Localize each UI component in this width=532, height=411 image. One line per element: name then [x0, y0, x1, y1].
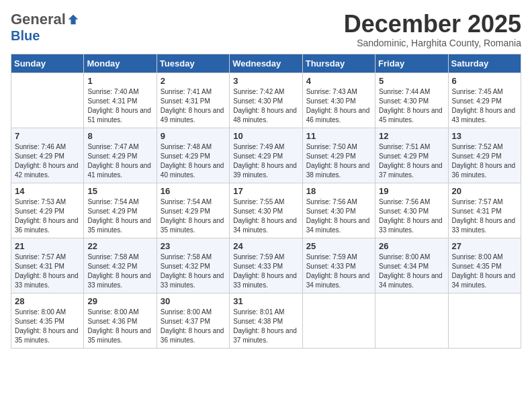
- cell-sun-info: Sunrise: 8:00 AMSunset: 4:36 PMDaylight:…: [87, 308, 152, 345]
- cell-sun-info: Sunrise: 7:57 AMSunset: 4:31 PMDaylight:…: [452, 197, 517, 235]
- calendar-cell: 15Sunrise: 7:54 AMSunset: 4:29 PMDayligh…: [84, 183, 157, 238]
- calendar-cell: 13Sunrise: 7:52 AMSunset: 4:29 PMDayligh…: [448, 128, 521, 183]
- calendar-cell: 6Sunrise: 7:45 AMSunset: 4:29 PMDaylight…: [448, 73, 521, 128]
- calendar-cell: 4Sunrise: 7:43 AMSunset: 4:30 PMDaylight…: [302, 73, 375, 128]
- day-header-saturday: Saturday: [448, 54, 521, 73]
- cell-sun-info: Sunrise: 7:53 AMSunset: 4:29 PMDaylight:…: [15, 197, 80, 235]
- subtitle: Sandominic, Harghita County, Romania: [344, 38, 521, 48]
- header: General Blue December 2025 Sandominic, H…: [11, 11, 521, 48]
- cell-day-number: 5: [379, 76, 444, 86]
- cell-day-number: 23: [161, 241, 226, 251]
- calendar-week-row: 1Sunrise: 7:40 AMSunset: 4:31 PMDaylight…: [11, 73, 521, 128]
- cell-sun-info: Sunrise: 7:55 AMSunset: 4:30 PMDaylight:…: [233, 197, 298, 235]
- month-title: December 2025: [344, 11, 521, 38]
- calendar-cell: 16Sunrise: 7:54 AMSunset: 4:29 PMDayligh…: [157, 183, 229, 238]
- cell-day-number: 26: [379, 241, 444, 251]
- calendar-cell: 8Sunrise: 7:47 AMSunset: 4:29 PMDaylight…: [84, 128, 157, 183]
- cell-sun-info: Sunrise: 8:00 AMSunset: 4:35 PMDaylight:…: [452, 253, 517, 290]
- cell-sun-info: Sunrise: 7:50 AMSunset: 4:29 PMDaylight:…: [306, 142, 371, 180]
- cell-day-number: 15: [87, 186, 152, 196]
- cell-day-number: 29: [87, 296, 152, 306]
- calendar-cell: 10Sunrise: 7:49 AMSunset: 4:29 PMDayligh…: [230, 128, 302, 183]
- calendar-cell: 30Sunrise: 8:00 AMSunset: 4:37 PMDayligh…: [157, 293, 229, 348]
- logo-icon: [67, 13, 79, 26]
- day-header-sunday: Sunday: [11, 54, 84, 73]
- cell-sun-info: Sunrise: 8:00 AMSunset: 4:35 PMDaylight:…: [15, 308, 80, 345]
- calendar-cell: 12Sunrise: 7:51 AMSunset: 4:29 PMDayligh…: [375, 128, 448, 183]
- calendar-cell: 27Sunrise: 8:00 AMSunset: 4:35 PMDayligh…: [448, 238, 521, 293]
- calendar-cell: 26Sunrise: 8:00 AMSunset: 4:34 PMDayligh…: [375, 238, 448, 293]
- cell-sun-info: Sunrise: 7:57 AMSunset: 4:31 PMDaylight:…: [15, 253, 80, 290]
- calendar-cell: 7Sunrise: 7:46 AMSunset: 4:29 PMDaylight…: [11, 128, 84, 183]
- cell-day-number: 13: [452, 131, 517, 141]
- calendar-cell: 5Sunrise: 7:44 AMSunset: 4:30 PMDaylight…: [375, 73, 448, 128]
- day-header-friday: Friday: [375, 54, 448, 73]
- calendar-cell: 20Sunrise: 7:57 AMSunset: 4:31 PMDayligh…: [448, 183, 521, 238]
- cell-sun-info: Sunrise: 7:45 AMSunset: 4:29 PMDaylight:…: [452, 87, 517, 125]
- calendar-cell: 31Sunrise: 8:01 AMSunset: 4:38 PMDayligh…: [230, 293, 302, 348]
- cell-day-number: 18: [306, 186, 371, 196]
- cell-day-number: 3: [233, 76, 298, 86]
- cell-sun-info: Sunrise: 7:52 AMSunset: 4:29 PMDaylight:…: [452, 142, 517, 180]
- cell-day-number: 28: [15, 296, 80, 306]
- cell-day-number: 19: [379, 186, 444, 196]
- calendar-cell: [11, 73, 84, 128]
- calendar-week-row: 7Sunrise: 7:46 AMSunset: 4:29 PMDaylight…: [11, 128, 521, 183]
- logo-blue-text: Blue: [11, 28, 40, 43]
- calendar-cell: 24Sunrise: 7:59 AMSunset: 4:33 PMDayligh…: [230, 238, 302, 293]
- cell-day-number: 11: [306, 131, 371, 141]
- cell-sun-info: Sunrise: 8:01 AMSunset: 4:38 PMDaylight:…: [233, 308, 298, 345]
- cell-sun-info: Sunrise: 7:51 AMSunset: 4:29 PMDaylight:…: [379, 142, 444, 180]
- day-header-tuesday: Tuesday: [157, 54, 229, 73]
- cell-day-number: 14: [15, 186, 80, 196]
- cell-sun-info: Sunrise: 8:00 AMSunset: 4:34 PMDaylight:…: [379, 253, 444, 290]
- calendar-cell: 9Sunrise: 7:48 AMSunset: 4:29 PMDaylight…: [157, 128, 229, 183]
- cell-sun-info: Sunrise: 7:47 AMSunset: 4:29 PMDaylight:…: [87, 142, 152, 180]
- logo-general-text: General: [11, 11, 66, 28]
- cell-sun-info: Sunrise: 7:43 AMSunset: 4:30 PMDaylight:…: [306, 87, 371, 125]
- calendar-cell: 28Sunrise: 8:00 AMSunset: 4:35 PMDayligh…: [11, 293, 84, 348]
- cell-day-number: 8: [87, 131, 152, 141]
- cell-day-number: 27: [452, 241, 517, 251]
- cell-sun-info: Sunrise: 8:00 AMSunset: 4:37 PMDaylight:…: [161, 308, 226, 345]
- day-header-monday: Monday: [84, 54, 157, 73]
- cell-sun-info: Sunrise: 7:48 AMSunset: 4:29 PMDaylight:…: [161, 142, 226, 180]
- cell-day-number: 7: [15, 131, 80, 141]
- cell-day-number: 31: [233, 296, 298, 306]
- svg-marker-0: [69, 15, 78, 24]
- cell-day-number: 10: [233, 131, 298, 141]
- day-header-thursday: Thursday: [302, 54, 375, 73]
- cell-day-number: 9: [161, 131, 226, 141]
- calendar-cell: [448, 293, 521, 348]
- calendar-cell: 23Sunrise: 7:58 AMSunset: 4:32 PMDayligh…: [157, 238, 229, 293]
- cell-sun-info: Sunrise: 7:58 AMSunset: 4:32 PMDaylight:…: [161, 253, 226, 290]
- cell-day-number: 22: [87, 241, 152, 251]
- cell-sun-info: Sunrise: 7:40 AMSunset: 4:31 PMDaylight:…: [87, 87, 152, 125]
- cell-day-number: 21: [15, 241, 80, 251]
- calendar-cell: 14Sunrise: 7:53 AMSunset: 4:29 PMDayligh…: [11, 183, 84, 238]
- calendar-cell: [375, 293, 448, 348]
- cell-day-number: 25: [306, 241, 371, 251]
- cell-sun-info: Sunrise: 7:42 AMSunset: 4:30 PMDaylight:…: [233, 87, 298, 125]
- calendar-cell: 17Sunrise: 7:55 AMSunset: 4:30 PMDayligh…: [230, 183, 302, 238]
- calendar-cell: 1Sunrise: 7:40 AMSunset: 4:31 PMDaylight…: [84, 73, 157, 128]
- calendar-week-row: 28Sunrise: 8:00 AMSunset: 4:35 PMDayligh…: [11, 293, 521, 348]
- calendar-cell: 22Sunrise: 7:58 AMSunset: 4:32 PMDayligh…: [84, 238, 157, 293]
- cell-sun-info: Sunrise: 7:59 AMSunset: 4:33 PMDaylight:…: [233, 253, 298, 290]
- title-section: December 2025 Sandominic, Harghita Count…: [344, 11, 521, 48]
- calendar: SundayMondayTuesdayWednesdayThursdayFrid…: [11, 54, 521, 349]
- cell-sun-info: Sunrise: 7:56 AMSunset: 4:30 PMDaylight:…: [306, 197, 371, 235]
- calendar-cell: 29Sunrise: 8:00 AMSunset: 4:36 PMDayligh…: [84, 293, 157, 348]
- cell-sun-info: Sunrise: 7:44 AMSunset: 4:30 PMDaylight:…: [379, 87, 444, 125]
- calendar-week-row: 21Sunrise: 7:57 AMSunset: 4:31 PMDayligh…: [11, 238, 521, 293]
- cell-sun-info: Sunrise: 7:56 AMSunset: 4:30 PMDaylight:…: [379, 197, 444, 235]
- calendar-week-row: 14Sunrise: 7:53 AMSunset: 4:29 PMDayligh…: [11, 183, 521, 238]
- calendar-header-row: SundayMondayTuesdayWednesdayThursdayFrid…: [11, 54, 521, 73]
- cell-day-number: 2: [161, 76, 226, 86]
- cell-day-number: 16: [161, 186, 226, 196]
- cell-day-number: 30: [161, 296, 226, 306]
- calendar-cell: 25Sunrise: 7:59 AMSunset: 4:33 PMDayligh…: [302, 238, 375, 293]
- cell-sun-info: Sunrise: 7:59 AMSunset: 4:33 PMDaylight:…: [306, 253, 371, 290]
- cell-day-number: 24: [233, 241, 298, 251]
- cell-sun-info: Sunrise: 7:54 AMSunset: 4:29 PMDaylight:…: [87, 197, 152, 235]
